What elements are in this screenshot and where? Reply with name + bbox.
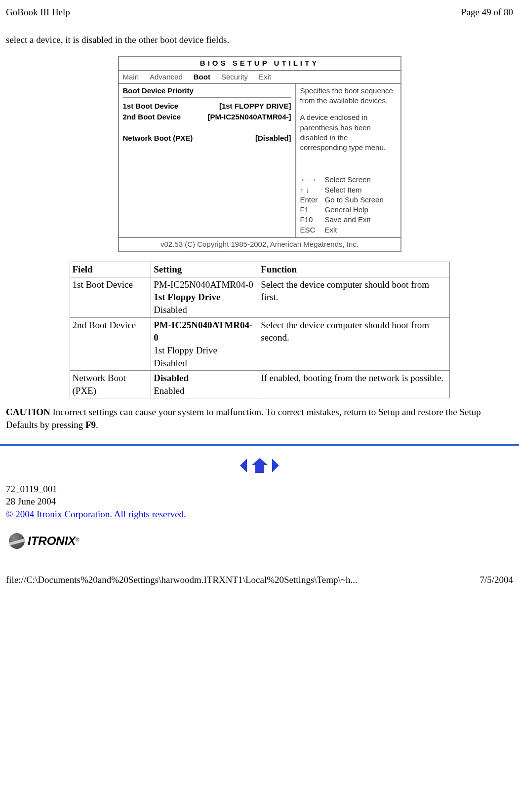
prev-icon[interactable] [240, 459, 247, 472]
setting-2-line2: 1st Floppy Drive [154, 345, 217, 355]
key-lr-v: Select Screen [325, 175, 371, 185]
setting-2-line3: Disabled [154, 358, 187, 368]
footer-date: 7/5/2004 [479, 574, 513, 586]
bios-tab-exit: Exit [259, 72, 271, 82]
bios-row-1st-label: 1st Boot Device [123, 101, 179, 111]
doc-number: 72_0119_001 [6, 483, 513, 496]
key-enter-v: Go to Sub Screen [325, 195, 384, 205]
key-f1-v: General Help [325, 205, 368, 215]
table-row: 2nd Boot Device PM-IC25N040ATMR04-0 1st … [70, 317, 449, 371]
nav-icons [6, 458, 513, 473]
bios-row-2nd-value: [PM-IC25N040ATMR04-] [208, 112, 291, 122]
bios-help-1: Specifies the boot sequence from the ava… [300, 86, 397, 106]
setting-3-line1: Disabled [154, 373, 189, 383]
bios-row-network-value: [Disabled] [255, 133, 291, 143]
th-setting: Setting [151, 262, 258, 277]
setting-2-line1: PM-IC25N040ATMR04-0 [154, 320, 252, 343]
bios-help-2: A device enclosed in parenthesis has bee… [300, 113, 397, 153]
bios-footer: v02.53 (C) Copyright 1985-2002, American… [119, 237, 400, 251]
header-title: GoBook III Help [6, 6, 70, 19]
cell-field-3: Network Boot (PXE) [70, 371, 151, 398]
bios-row-network-label: Network Boot (PXE) [123, 133, 193, 143]
bios-row-network: Network Boot (PXE) [Disabled] [123, 133, 291, 144]
table-row: Network Boot (PXE) Disabled Enabled If e… [70, 371, 449, 398]
key-f10-v: Save and Exit [325, 215, 371, 225]
table-header-row: Field Setting Function [70, 262, 449, 277]
footer-info: 72_0119_001 28 June 2004 © 2004 Itronix … [6, 483, 513, 521]
divider-bar [0, 444, 519, 446]
home-icon[interactable] [251, 458, 268, 473]
bios-tab-security: Security [221, 72, 248, 82]
key-esc: ESC [300, 225, 325, 235]
caution-paragraph: CAUTION Incorrect settings can cause you… [6, 406, 513, 431]
bios-tab-advanced: Advanced [150, 72, 183, 82]
header-page-info: Page 49 of 80 [461, 6, 513, 19]
logo-text: ITRONIX [28, 534, 76, 547]
th-field: Field [70, 262, 151, 277]
bios-row-1st-value: [1st FLOPPY DRIVE] [219, 101, 291, 111]
bios-row-1st: 1st Boot Device [1st FLOPPY DRIVE] [123, 101, 291, 112]
globe-icon [9, 533, 25, 549]
itronix-logo: ITRONIX® [9, 533, 513, 549]
cell-field-1: 1st Boot Device [70, 277, 151, 317]
cell-function-3: If enabled, booting from the network is … [258, 371, 449, 398]
caution-text-1: Incorrect settings can cause your system… [6, 407, 481, 430]
bios-help-keys: ← →Select Screen ↑ ↓Select Item EnterGo … [300, 175, 397, 235]
bios-section-title: Boot Device Priority [123, 86, 291, 98]
cell-field-2: 2nd Boot Device [70, 317, 151, 371]
copyright-link[interactable]: © 2004 Itronix Corporation. All rights r… [6, 509, 186, 519]
caution-text-2: . [96, 420, 98, 430]
th-function: Function [258, 262, 449, 277]
logo-reg: ® [76, 537, 79, 542]
setting-1-line2: 1st Floppy Drive [154, 292, 220, 302]
cell-function-1: Select the device computer should boot f… [258, 277, 449, 317]
bios-title: BIOS SETUP UTILITY [119, 57, 400, 71]
bios-tab-main: Main [123, 72, 139, 82]
cell-setting-1: PM-IC25N040ATMR04-0 1st Floppy Drive Dis… [151, 277, 258, 317]
cell-function-2: Select the device computer should boot f… [258, 317, 449, 371]
key-enter: Enter [300, 195, 325, 205]
key-f10: F10 [300, 215, 325, 225]
setting-1-line3: Disabled [154, 305, 187, 315]
footer-path: file://C:\Documents%20and%20Settings\har… [6, 574, 358, 586]
doc-date: 28 June 2004 [6, 495, 513, 508]
key-esc-v: Exit [325, 225, 337, 235]
key-lr: ← → [300, 175, 325, 185]
setting-1-line1: PM-IC25N040ATMR04-0 [154, 279, 253, 290]
key-f1: F1 [300, 205, 325, 215]
bios-tabs: Main Advanced Boot Security Exit [119, 71, 400, 84]
cell-setting-3: Disabled Enabled [151, 371, 258, 398]
bios-row-2nd-label: 2nd Boot Device [123, 112, 181, 122]
table-row: 1st Boot Device PM-IC25N040ATMR04-0 1st … [70, 277, 449, 317]
key-ud: ↑ ↓ [300, 185, 325, 195]
settings-table: Field Setting Function 1st Boot Device P… [70, 262, 450, 398]
bios-screenshot: BIOS SETUP UTILITY Main Advanced Boot Se… [118, 56, 401, 252]
next-icon[interactable] [272, 459, 279, 472]
cell-setting-2: PM-IC25N040ATMR04-0 1st Floppy Drive Dis… [151, 317, 258, 371]
bios-tab-boot: Boot [194, 72, 210, 82]
caution-key: F9 [85, 420, 96, 430]
intro-text: select a device, it is disabled in the o… [6, 34, 513, 46]
setting-3-line2: Enabled [154, 386, 184, 396]
key-ud-v: Select Item [325, 185, 362, 195]
caution-label: CAUTION [6, 407, 50, 417]
bios-row-2nd: 2nd Boot Device [PM-IC25N040ATMR04-] [123, 112, 291, 122]
